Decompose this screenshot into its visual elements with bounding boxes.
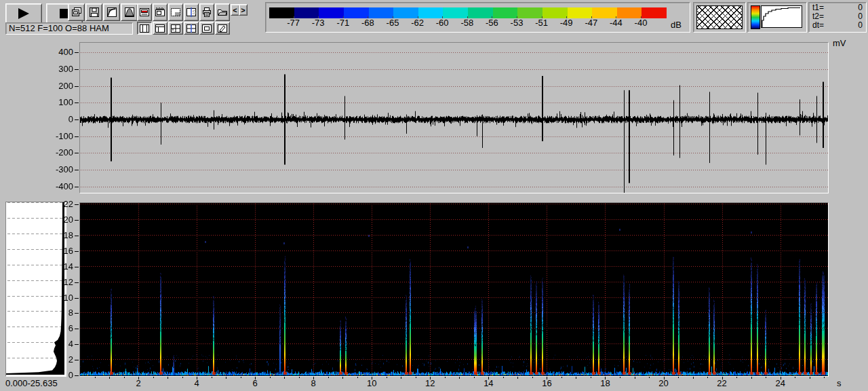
axis-marks-icon (155, 7, 165, 18)
spectrogram-y-tick (75, 298, 79, 299)
intensity-curve-panel[interactable] (747, 2, 807, 33)
spectrogram-x-minor-tick (241, 377, 241, 378)
spectrogram-x-tick (781, 377, 781, 379)
spectrogram-panel (79, 202, 829, 377)
spectrogram-y-tick (75, 282, 79, 283)
open-folder-button[interactable] (215, 3, 230, 21)
colorbar-tick-label: -40 (631, 18, 651, 27)
layout-columns-button[interactable] (137, 22, 152, 35)
pattern-panel[interactable] (693, 2, 746, 33)
avg-spectrum-panel (5, 202, 66, 377)
spectrogram-x-tick-label: 14 (478, 379, 498, 388)
colorbar-segment (369, 7, 394, 18)
colorbar-segment (344, 7, 369, 18)
colorbar-segment (542, 7, 568, 18)
colorbar-tick (467, 16, 468, 18)
colorbar-tick (492, 16, 492, 18)
transfer-curve-button[interactable] (103, 3, 120, 21)
colorbar-segment (418, 7, 443, 18)
save-button[interactable] (85, 3, 102, 21)
colorbar-tick-label: -65 (382, 18, 403, 27)
spectrogram-x-minor-tick (693, 377, 694, 379)
spectrogram-y-tick-label: 12 (52, 278, 73, 286)
window-function-button[interactable] (121, 3, 138, 21)
colorbar-segment (294, 7, 319, 18)
s-marker-button[interactable]: S (184, 3, 199, 21)
layout-quad-icon (171, 24, 180, 33)
colorbar-tick (418, 16, 418, 18)
layout-top-ruler-icon (155, 24, 165, 33)
average-spectrum-plot (6, 202, 64, 375)
spectrogram-x-tick (313, 377, 314, 379)
colorbar-segment (393, 7, 418, 18)
colorbar-tick (343, 16, 344, 18)
gain-curve-icon (761, 5, 802, 28)
colorbar-segment (468, 7, 493, 18)
colorbar-segment (493, 7, 518, 18)
spectrogram-x-tick-label: 18 (595, 379, 615, 388)
spectrogram-x-tick-label: 16 (536, 379, 557, 388)
spectrogram-x-minor-tick (445, 377, 446, 378)
copy-pages-icon (71, 7, 82, 18)
colorbar-segment (592, 7, 617, 18)
spectrogram-x-tick (488, 377, 489, 379)
spectrogram-y-tick (75, 251, 79, 252)
spectrogram-x-minor-tick (736, 377, 737, 378)
selection-shade-button[interactable] (168, 3, 183, 21)
waveform-plot[interactable] (80, 43, 828, 193)
colorbar-tick (566, 16, 567, 18)
spectrogram-x-minor-tick (342, 377, 343, 379)
colorbar-segment (443, 7, 468, 18)
colorbar-segment (568, 7, 593, 18)
spectrogram-y-tick (75, 375, 79, 376)
spectrogram-y-tick-label: 18 (52, 231, 73, 240)
time-range-label: 0.000-25.635 (5, 379, 58, 388)
edit-pencil-icon (218, 24, 227, 33)
display-frame-button[interactable] (137, 3, 152, 21)
spectrogram-x-tick (430, 377, 431, 379)
waveform-y-tick-label: -200 (49, 148, 73, 157)
spectrogram-x-minor-tick (635, 377, 635, 379)
waveform-y-tick (75, 86, 79, 87)
spectrogram-x-minor-tick (532, 377, 533, 378)
spectrogram-y-tick-label: 2 (52, 355, 73, 364)
layout-quad-button[interactable] (168, 22, 183, 35)
waveform-y-tick-label: 0 (49, 115, 73, 124)
spectrogram-y-tick (75, 360, 79, 360)
spectrogram-x-minor-tick (766, 377, 766, 378)
colorbar-tick (542, 16, 542, 18)
spectrogram-x-minor-tick (517, 377, 518, 379)
play-button[interactable] (5, 3, 42, 24)
colorbar-tick-label: -77 (283, 18, 304, 27)
copy-pages-button[interactable] (68, 3, 85, 21)
db-unit-label: dB (671, 20, 682, 30)
colorbar-tick-label: -58 (457, 18, 477, 27)
colorbar-tick-label: -60 (432, 18, 452, 27)
spectrogram-x-minor-tick (401, 377, 401, 379)
spectrogram-plot[interactable] (80, 203, 828, 376)
axis-marks-button[interactable] (153, 3, 167, 21)
spectrogram-x-minor-tick (459, 377, 460, 379)
colorbar-tick-label: -71 (333, 18, 353, 27)
next-button[interactable]: > (239, 4, 248, 16)
spectrogram-x-tick (547, 377, 547, 379)
save-icon (89, 7, 100, 18)
spectrogram-y-tick (75, 344, 79, 345)
print-button[interactable] (199, 3, 214, 21)
colorbar-tick (442, 16, 443, 18)
waveform-y-tick-label: 300 (49, 64, 73, 73)
edit-button[interactable] (215, 22, 230, 35)
colorbar-segment (642, 7, 667, 18)
layout-quad-cursor-button[interactable] (184, 22, 199, 35)
layout-inset-button[interactable] (199, 22, 214, 35)
spectrogram-y-tick-label: 8 (52, 308, 73, 317)
waveform-y-tick (75, 103, 79, 103)
spectrogram-y-tick-label: 10 (52, 293, 73, 302)
spectrogram-x-tick (138, 377, 139, 379)
layout-top-ruler-button[interactable] (153, 22, 167, 35)
spectrogram-y-tick (75, 204, 79, 205)
spectrogram-y-tick (75, 236, 79, 236)
spectrogram-x-tick-label: 4 (186, 379, 207, 388)
spectrogram-x-minor-tick (95, 377, 96, 378)
colorbar-tick (393, 16, 393, 18)
